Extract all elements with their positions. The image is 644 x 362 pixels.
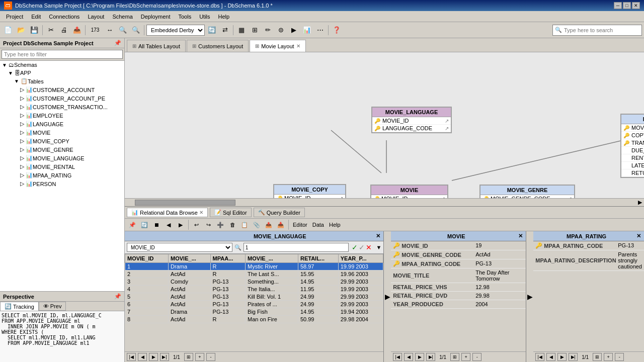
tree-table-movie[interactable]: ▷ 📊 MOVIE [0,128,124,137]
tree-app[interactable]: ▼ 🗄 APP [0,69,124,77]
connect-button[interactable]: ↔ [104,24,116,36]
run-button[interactable]: ▶ [288,24,300,36]
filter-alt-button[interactable]: ✓ [359,243,365,251]
panel-pin-icon[interactable]: 📌 [114,40,121,46]
nav-last[interactable]: ▶| [160,353,169,361]
menu-help[interactable]: Help [214,13,234,21]
filter2-button[interactable]: ⊜ [275,24,287,36]
resize-button[interactable]: 173 [88,24,103,36]
table-movie-rental[interactable]: MOVIE_RENTAL 🔑 MOVIE_ID ↗ 🔑 COPY_NUMBER … [620,114,644,178]
new-button[interactable]: 📄 [2,24,14,36]
edit2-button[interactable]: ✏ [262,24,274,36]
mpaa-zoom-out[interactable]: - [615,353,624,361]
close-button[interactable]: ✕ [632,2,640,9]
table-row[interactable]: 2 ActAd R The Last S... 15.95 19.96 2003 [125,270,383,278]
filter-box[interactable] [0,48,124,61]
search-input[interactable] [564,27,639,33]
open-button[interactable]: 📂 [15,24,27,36]
table-row[interactable]: 7 Drama PG-13 Big Fish 14.95 19.94 2003 [125,308,383,316]
bt-undo[interactable]: ↩ [191,220,202,230]
filter-value-input[interactable] [244,243,349,252]
bt-copy[interactable]: 📋 [239,220,250,230]
close-relational[interactable]: ✕ [199,210,203,215]
tree-table-mpaa-rating[interactable]: ▷ 📊 MPAA_RATING [0,171,124,179]
movie-zoom-fit[interactable]: ⊞ [450,353,459,361]
bt-redo[interactable]: ↪ [203,220,214,230]
movie-nav-last[interactable]: ▶| [426,353,435,361]
tree-table-movie-genre[interactable]: ▷ 📊 MOVIE_GENRE [0,145,124,154]
tracking-tab[interactable]: 🔄 Tracking [0,302,39,311]
menu-connections[interactable]: Connections [45,13,84,21]
tab-relational-browse[interactable]: 📊 Relational Data Browse ✕ [127,208,208,217]
table-movie-language[interactable]: MOVIE_LANGUAGE 🔑 MOVIE_ID ↗ 🔑 LANGUAGE_C… [371,107,452,133]
tree-filter-input[interactable] [2,50,123,59]
scroll-right-button[interactable]: ▶ [636,199,644,206]
movie-nav-first[interactable]: |◀ [393,353,402,361]
bt-delete[interactable]: 🗑 [227,220,238,230]
menu-deployment[interactable]: Deployment [137,13,175,21]
zoom-out-button[interactable]: 🔍 [130,24,142,36]
sync-button[interactable]: ⇄ [219,24,231,36]
tab-customers[interactable]: ⊞ Customers Layout [187,40,249,52]
tree-table-language[interactable]: ▷ 📊 LANGUAGE [0,120,124,128]
tab-sql-editor[interactable]: 📝 Sql Editor [210,208,252,217]
close-movie-panel[interactable]: ✕ [518,233,523,239]
zoom-out2[interactable]: - [206,353,215,361]
tree-table-customer-account-pe[interactable]: ▷ 📊 CUSTOMER_ACCOUNT_PE [0,94,124,103]
refresh-button[interactable]: 🔄 [206,24,218,36]
mpaa-zoom-fit[interactable]: ⊞ [593,353,602,361]
cut-button[interactable]: ✂ [45,24,57,36]
zoom-fit[interactable]: ⊞ [184,353,193,361]
scroll-arrow-right[interactable]: ▶ [526,231,533,362]
table-movie-language-header[interactable]: MOVIE_LANGUAGE [372,108,451,117]
window-controls[interactable]: ─ □ ✕ [614,2,640,9]
export-button[interactable]: 📤 [71,24,83,36]
tab-movie[interactable]: ⊞ Movie Layout ✕ [250,40,305,52]
scroll-arrow-middle[interactable]: ▶ [384,231,391,362]
tree-table-employee[interactable]: ▷ 📊 EMPLOYEE [0,111,124,120]
connection-dropdown[interactable]: Embedded Derby [146,25,205,36]
mpaa-nav-prev[interactable]: ◀ [546,353,555,361]
bt-export2[interactable]: 📤 [263,220,274,230]
mpaa-nav-last[interactable]: ▶| [569,353,578,361]
filter-field-select[interactable]: MOVIE_ID [127,243,232,252]
bt-pin[interactable]: 📌 [127,220,138,230]
menu-utils[interactable]: Utils [195,13,214,21]
expand-arrow[interactable]: ▶ [385,293,390,301]
movie-nav-next[interactable]: ▶ [415,353,424,361]
bt-add[interactable]: ➕ [215,220,226,230]
tree-schemas[interactable]: ▼ 🗂 Schemas [0,61,124,69]
table-row[interactable]: 3 Comdy PG-13 Something... 14.95 29.99 2… [125,278,383,286]
table-movie-header[interactable]: MOVIE [371,186,447,195]
filter-cancel-button[interactable]: ✕ [366,243,372,251]
help-button[interactable]: ❓ [331,24,343,36]
expand-arrow2[interactable]: ▶ [527,293,533,301]
perspective-pin-icon[interactable]: 📌 [114,293,121,300]
bt-paste[interactable]: 📎 [251,220,262,230]
movie-zoom-out[interactable]: - [472,353,481,361]
bt-stop[interactable]: ⏹ [151,220,162,230]
close-movie-language[interactable]: ✕ [376,233,380,239]
print-button[interactable]: 🖨 [58,24,70,36]
nav-prev[interactable]: ◀ [138,353,147,361]
preview-tab[interactable]: 👁 Prev [39,302,66,311]
tree-table-movie-rental[interactable]: ▷ 📊 MOVIE_RENTAL [0,162,124,171]
tree-table-movie-copy[interactable]: ▷ 📊 MOVIE_COPY [0,137,124,145]
grid-button[interactable]: ▦ [235,24,248,36]
zoom-in2[interactable]: + [195,353,204,361]
tab-movie-close[interactable]: ✕ [296,43,300,49]
search-box[interactable]: 🔍 [552,25,642,36]
tree-table-movie-language[interactable]: ▷ 📊 MOVIE_LANGUAGE [0,154,124,162]
tab-all-tables[interactable]: ⊞ All Tables Layout [127,40,186,52]
table-movie-copy-header[interactable]: MOVIE_COPY [274,185,345,195]
mpaa-zoom-in[interactable]: + [604,353,613,361]
table-movie-rental-header[interactable]: MOVIE_RENTAL [621,115,644,124]
tree-tables[interactable]: ▼ 📋 Tables [0,77,124,85]
maximize-button[interactable]: □ [623,2,631,9]
minimize-button[interactable]: ─ [614,2,622,9]
nav-first[interactable]: |◀ [127,353,136,361]
filter-ok-button[interactable]: ✓ [352,243,358,251]
tab-query-builder[interactable]: 🔨 Query Builder [254,208,305,217]
bt-forward[interactable]: ▶ [175,220,186,230]
table-row[interactable]: 8 ActAd R Man on Fire 50.99 29.98 2004 [125,316,383,323]
